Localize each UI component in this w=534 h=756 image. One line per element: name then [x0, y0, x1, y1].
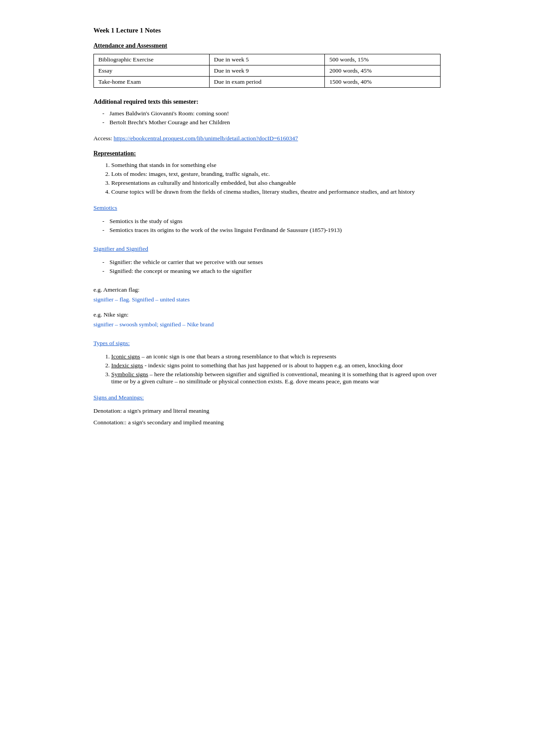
page-container: Week 1 Lecture 1 Notes Attendance and As…: [76, 0, 458, 462]
list-item: Iconic signs – an iconic sign is one tha…: [111, 353, 441, 360]
types-section: Types of signs: Iconic signs – an iconic…: [93, 340, 441, 385]
access-label: Access:: [93, 135, 112, 142]
list-item: Course topics will be drawn from the fie…: [111, 188, 441, 195]
additional-texts-list: James Baldwin's Giovanni's Room: coming …: [93, 110, 441, 126]
table-cell: Bibliographic Exercise: [94, 54, 210, 65]
semiotics-link[interactable]: Semiotics: [93, 204, 441, 211]
list-item-label: Indexic signs: [111, 362, 143, 369]
denotation-text: Denotation: a sign's primary and literal…: [93, 407, 441, 415]
list-item: James Baldwin's Giovanni's Room: coming …: [102, 110, 441, 117]
list-item: Representations as culturally and histor…: [111, 179, 441, 187]
table-cell: Due in exam period: [209, 77, 325, 88]
additional-texts-heading: Additional required texts this semester:: [93, 98, 441, 106]
list-item: Bertolt Brecht's Mother Courage and her …: [102, 119, 441, 126]
list-item-label: Iconic signs: [111, 353, 140, 360]
connotation-text: Connotation:: a sign's secondary and imp…: [93, 419, 441, 426]
page-title: Week 1 Lecture 1 Notes: [93, 27, 441, 34]
table-cell: 1500 words, 40%: [325, 77, 441, 88]
table-cell: 2000 words, 45%: [325, 65, 441, 77]
list-item: Indexic signs - indexic signs point to s…: [111, 362, 441, 369]
table-cell: Due in week 5: [209, 54, 325, 65]
list-item: Symbolic signs – here the relationship b…: [111, 371, 441, 385]
signifier-signified-link[interactable]: Signifier and Signified: [93, 245, 441, 252]
list-item-label: Symbolic signs: [111, 371, 148, 378]
list-item: Lots of modes: images, text, gesture, br…: [111, 171, 441, 178]
example2-label: e.g. Nike sign:: [93, 311, 441, 318]
table-cell: Due in week 9: [209, 65, 325, 77]
list-item: Something that stands in for something e…: [111, 162, 441, 169]
list-item: Semiotics is the study of signs: [102, 218, 441, 225]
table-row: EssayDue in week 92000 words, 45%: [94, 65, 441, 77]
list-item: Signified: the concept or meaning we att…: [102, 268, 441, 275]
table-row: Take-home ExamDue in exam period1500 wor…: [94, 77, 441, 88]
signs-meanings-section: Signs and Meanings: Denotation: a sign's…: [93, 394, 441, 426]
list-item: Semiotics traces its origins to the work…: [102, 227, 441, 234]
table-row: Bibliographic ExerciseDue in week 5500 w…: [94, 54, 441, 65]
table-cell: Take-home Exam: [94, 77, 210, 88]
attendance-heading: Attendance and Assessment: [93, 42, 441, 49]
example1-label: e.g. American flag:: [93, 286, 441, 293]
semiotics-list: Semiotics is the study of signsSemiotics…: [93, 218, 441, 234]
representation-section: Representation: Something that stands in…: [93, 150, 441, 195]
signs-meanings-link[interactable]: Signs and Meanings:: [93, 394, 441, 401]
list-item: Signifier: the vehicle or carrier that w…: [102, 259, 441, 266]
access-link-container: Access: https://ebookcentral.proquest.co…: [93, 135, 441, 142]
assessment-table: Bibliographic ExerciseDue in week 5500 w…: [93, 54, 441, 88]
additional-texts-section: Additional required texts this semester:…: [93, 98, 441, 126]
signifier-signified-list: Signifier: the vehicle or carrier that w…: [93, 259, 441, 275]
table-cell: Essay: [94, 65, 210, 77]
representation-list: Something that stands in for something e…: [93, 162, 441, 195]
example2-detail: signifier – swoosh symbol; signified – N…: [93, 321, 441, 328]
access-link[interactable]: https://ebookcentral.proquest.com/lib/un…: [113, 135, 298, 142]
table-cell: 500 words, 15%: [325, 54, 441, 65]
example1-detail: signifier – flag. Signified – united sta…: [93, 296, 441, 303]
types-link[interactable]: Types of signs:: [93, 340, 441, 347]
representation-heading: Representation:: [93, 150, 441, 157]
types-list: Iconic signs – an iconic sign is one tha…: [93, 353, 441, 385]
